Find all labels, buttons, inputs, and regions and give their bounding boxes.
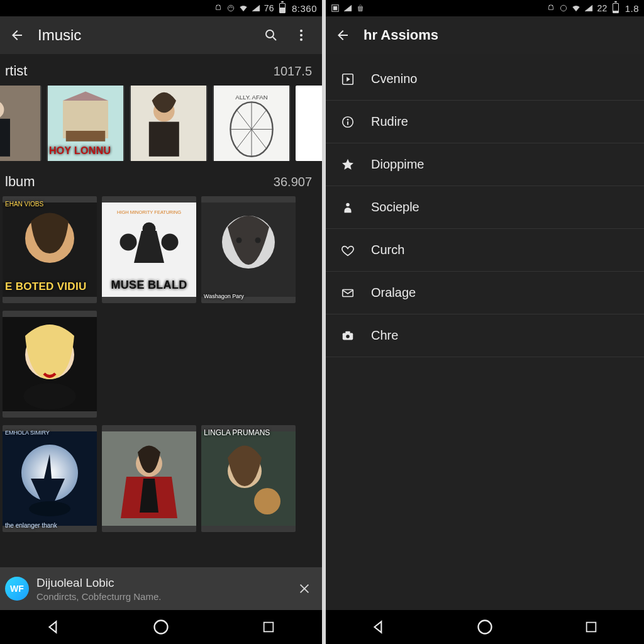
app-bar: Imusic <box>0 16 322 54</box>
album-thumb[interactable] <box>102 425 196 532</box>
appbar-title: hr Assioms <box>360 27 636 43</box>
artist-thumb[interactable] <box>296 86 322 161</box>
status-clock: 1.8 <box>625 3 639 14</box>
album-caption: Washagon Pary <box>204 292 293 301</box>
section-artist-header[interactable]: rtist 1017.5 <box>0 54 322 86</box>
menu-item-oralage[interactable]: Oralage <box>326 272 644 314</box>
nav-back-button[interactable] <box>38 612 69 642</box>
menu-item-socieple[interactable]: Socieple <box>326 186 644 229</box>
artist-caption: HOY LONNU <box>49 147 122 155</box>
mail-icon <box>340 285 356 301</box>
svg-point-33 <box>236 238 242 243</box>
status-clock: 8:360 <box>292 3 317 14</box>
svg-point-37 <box>23 383 76 409</box>
menu-item-label: Cvenino <box>371 72 417 86</box>
svg-point-46 <box>154 621 167 634</box>
android-icon <box>214 4 223 13</box>
signal-icon <box>343 4 352 13</box>
svg-rect-61 <box>345 331 350 333</box>
album-caption: LINGLA PRUMANS <box>204 429 293 437</box>
menu-item-dioppime[interactable]: Dioppime <box>326 143 644 186</box>
album-row[interactable]: EHAN VIOBS E BOTED VIDIU HIGH MINORITY F… <box>0 196 322 307</box>
artist-thumb[interactable]: HOY LONNU <box>47 86 125 161</box>
nav-recents-button[interactable] <box>253 612 284 642</box>
wifi-icon <box>239 4 248 13</box>
album-row[interactable]: EMHOLA SIMIRY the enlanger thank LINGLA … <box>0 421 322 536</box>
artist-thumb[interactable]: ALLY. AFAN <box>213 86 291 161</box>
nav-home-button[interactable] <box>146 612 176 642</box>
now-playing-subtitle: Condircts, Cobfecturrg Name. <box>36 591 286 602</box>
menu-item-label: Oralage <box>371 286 416 300</box>
now-playing-text: Dijuoleal Lobic Condircts, Cobfecturrg N… <box>36 576 286 602</box>
nav-home-button[interactable] <box>470 612 500 642</box>
section-album-header[interactable]: lbum 36.907 <box>0 165 322 196</box>
album-thumb[interactable]: HIGH MINORITY FEATURING MUSE BLALD <box>102 196 196 303</box>
content-area: rtist 1017.5 HOY LONNU ALLY. AFAN lbum 3… <box>0 54 322 644</box>
info-icon <box>340 114 356 130</box>
menu-item-cvenino[interactable]: Cvenino <box>326 58 644 101</box>
now-playing-close-button[interactable] <box>293 577 316 600</box>
svg-rect-63 <box>586 623 596 632</box>
picture-icon <box>331 4 340 13</box>
battery-percent: 76 <box>264 3 274 13</box>
menu-item-chre[interactable]: Chre <box>326 314 644 357</box>
album-caption: E BOTED VIDIU <box>5 282 94 291</box>
person-icon <box>340 199 356 216</box>
signal-icon <box>252 4 260 13</box>
status-bar: 76 8:360 <box>0 0 322 16</box>
artist-row[interactable]: HOY LONNU ALLY. AFAN <box>0 86 322 165</box>
nav-back-button[interactable] <box>364 612 394 642</box>
heart-icon <box>340 242 356 258</box>
artist-thumb[interactable] <box>130 86 208 161</box>
content-area: Cvenino Rudire Dioppime Socieple Curch O <box>326 54 644 644</box>
overflow-button[interactable] <box>288 22 314 48</box>
album-row[interactable] <box>0 307 322 421</box>
section-artist-count: 1017.5 <box>274 64 312 79</box>
svg-point-60 <box>346 335 350 338</box>
artist-thumb[interactable] <box>0 86 42 161</box>
back-button[interactable] <box>330 22 356 48</box>
album-thumb[interactable]: EHAN VIOBS E BOTED VIDIU <box>3 196 97 303</box>
system-nav-bar <box>0 610 322 644</box>
app-bar: hr Assioms <box>326 16 644 54</box>
svg-text:HIGH MINORITY FEATURING: HIGH MINORITY FEATURING <box>117 209 181 215</box>
svg-point-55 <box>347 119 349 121</box>
album-caption: EMHOLA SIMIRY <box>5 429 94 437</box>
section-album-count: 36.907 <box>274 175 312 189</box>
svg-point-34 <box>255 238 261 243</box>
now-playing-bar[interactable]: WF Dijuoleal Lobic Condircts, Cobfecturr… <box>0 567 322 610</box>
nav-recents-button[interactable] <box>576 612 606 642</box>
album-thumb[interactable] <box>3 311 97 418</box>
menu-item-label: Dioppime <box>371 157 424 172</box>
album-caption: MUSE BLALD <box>102 281 196 289</box>
svg-point-45 <box>254 488 280 514</box>
svg-text:ALLY. AFAN: ALLY. AFAN <box>235 94 267 101</box>
svg-point-30 <box>143 223 156 236</box>
menu-item-rudire[interactable]: Rudire <box>326 101 644 143</box>
album-thumb[interactable]: EMHOLA SIMIRY the enlanger thank <box>3 425 97 532</box>
battery-percent: 22 <box>597 3 607 13</box>
svg-rect-47 <box>264 623 273 632</box>
wifi-icon <box>572 4 580 13</box>
search-button[interactable] <box>258 22 284 48</box>
appbar-title: Imusic <box>34 26 254 44</box>
svg-point-62 <box>478 621 491 634</box>
album-caption: EHAN VIOBS <box>5 200 94 208</box>
back-button[interactable] <box>4 22 30 48</box>
status-bar: 22 1.8 <box>326 0 644 16</box>
svg-point-40 <box>29 501 70 516</box>
bag-icon <box>356 4 365 13</box>
signal-icon <box>584 4 593 13</box>
battery-icon <box>611 4 620 13</box>
svg-point-5 <box>300 34 303 36</box>
album-thumb[interactable]: Washagon Pary <box>201 196 296 303</box>
svg-point-4 <box>300 30 303 32</box>
svg-point-57 <box>346 203 350 206</box>
section-artist-label: rtist <box>5 63 27 79</box>
star-icon <box>340 157 356 173</box>
svg-rect-49 <box>333 6 337 10</box>
album-thumb[interactable]: LINGLA PRUMANS <box>201 425 296 532</box>
menu-item-curch[interactable]: Curch <box>326 229 644 272</box>
now-playing-avatar: WF <box>5 577 29 601</box>
menu-item-label: Socieple <box>371 200 419 214</box>
